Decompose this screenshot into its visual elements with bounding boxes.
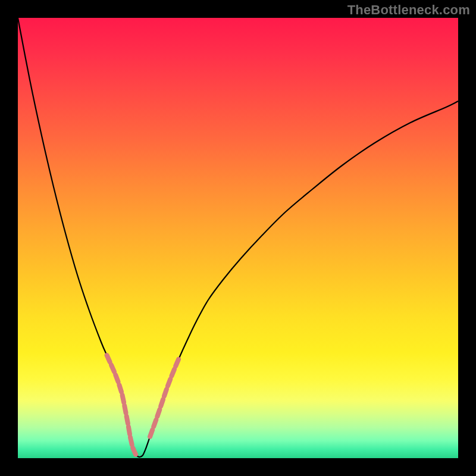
dash-segment	[127, 416, 128, 424]
dash-segment	[129, 427, 130, 434]
dash-segment	[119, 385, 121, 392]
bottleneck-curve	[18, 18, 458, 457]
dash-segment	[164, 389, 167, 396]
dash-segment	[111, 365, 114, 372]
dash-segment	[176, 359, 178, 366]
dash-segment	[133, 448, 136, 455]
dash-segment	[115, 375, 118, 381]
dash-segment	[107, 355, 110, 362]
dash-segment	[157, 409, 159, 416]
curve-layer	[18, 18, 458, 458]
dash-segment	[154, 420, 156, 427]
dash-segment	[150, 430, 152, 436]
watermark: TheBottleneck.com	[347, 2, 470, 18]
dash-segment	[161, 399, 163, 406]
chart-frame: TheBottleneck.com	[0, 0, 476, 476]
dash-segment	[123, 395, 124, 402]
dash-segment	[130, 437, 132, 444]
dash-segment	[124, 406, 126, 413]
dash-segment	[168, 379, 170, 386]
plot-area	[18, 18, 458, 458]
dash-segment	[171, 369, 174, 376]
dash-overlay	[107, 355, 178, 455]
